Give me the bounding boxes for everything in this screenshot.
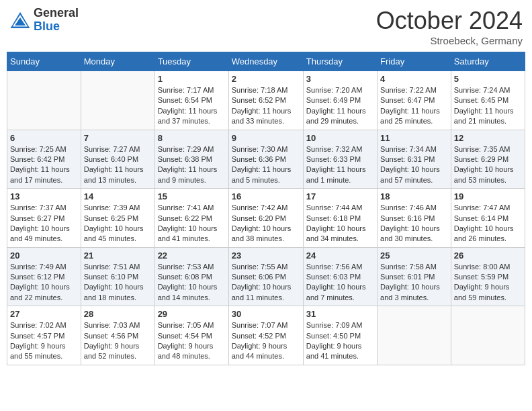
day-info: Sunrise: 8:00 AM Sunset: 5:59 PM Dayligh… [454,262,522,304]
calendar-cell: 13Sunrise: 7:37 AM Sunset: 6:27 PM Dayli… [7,189,81,248]
day-number: 22 [158,250,226,261]
day-info: Sunrise: 7:09 AM Sunset: 4:50 PM Dayligh… [306,320,374,362]
calendar-week-row: 1Sunrise: 7:17 AM Sunset: 6:54 PM Daylig… [7,71,525,130]
day-number: 15 [158,191,226,201]
weekday-header-thursday: Thursday [303,52,377,71]
calendar-cell: 2Sunrise: 7:18 AM Sunset: 6:52 PM Daylig… [228,71,303,130]
title-block: October 2024 Stroebeck, Germany [376,7,523,46]
weekday-header-friday: Friday [378,52,451,71]
day-number: 23 [232,250,300,261]
calendar-cell: 11Sunrise: 7:34 AM Sunset: 6:31 PM Dayli… [378,130,451,189]
calendar-cell: 4Sunrise: 7:22 AM Sunset: 6:47 PM Daylig… [378,71,451,130]
month-title: October 2024 [376,7,523,35]
calendar-cell: 25Sunrise: 7:58 AM Sunset: 6:01 PM Dayli… [378,247,451,306]
day-info: Sunrise: 7:22 AM Sunset: 6:47 PM Dayligh… [380,85,448,127]
day-number: 19 [454,191,522,201]
day-number: 24 [306,250,374,261]
day-number: 11 [380,133,448,143]
calendar-cell: 12Sunrise: 7:35 AM Sunset: 6:29 PM Dayli… [451,130,525,189]
calendar-cell: 8Sunrise: 7:29 AM Sunset: 6:38 PM Daylig… [154,130,228,189]
calendar-table: SundayMondayTuesdayWednesdayThursdayFrid… [7,52,525,365]
weekday-header-tuesday: Tuesday [154,52,228,71]
calendar-cell: 20Sunrise: 7:49 AM Sunset: 6:12 PM Dayli… [7,247,81,306]
day-number: 31 [306,309,374,319]
day-info: Sunrise: 7:24 AM Sunset: 6:45 PM Dayligh… [454,85,522,127]
day-info: Sunrise: 7:39 AM Sunset: 6:25 PM Dayligh… [84,203,152,244]
calendar-cell: 27Sunrise: 7:02 AM Sunset: 4:57 PM Dayli… [7,306,81,365]
day-number: 12 [454,133,522,143]
day-info: Sunrise: 7:51 AM Sunset: 6:10 PM Dayligh… [84,262,152,304]
day-info: Sunrise: 7:05 AM Sunset: 4:54 PM Dayligh… [158,320,226,362]
calendar-cell: 24Sunrise: 7:56 AM Sunset: 6:03 PM Dayli… [303,247,377,306]
page-header: General Blue October 2024 Stroebeck, Ger… [7,7,525,46]
calendar-cell: 6Sunrise: 7:25 AM Sunset: 6:42 PM Daylig… [7,130,81,189]
calendar-cell: 3Sunrise: 7:20 AM Sunset: 6:49 PM Daylig… [303,71,377,130]
day-number: 18 [380,191,448,201]
logo: General Blue [9,7,79,34]
day-info: Sunrise: 7:58 AM Sunset: 6:01 PM Dayligh… [380,262,448,304]
day-number: 2 [232,74,300,84]
calendar-cell: 19Sunrise: 7:47 AM Sunset: 6:14 PM Dayli… [451,189,525,248]
weekday-header-wednesday: Wednesday [228,52,303,71]
calendar-cell: 14Sunrise: 7:39 AM Sunset: 6:25 PM Dayli… [81,189,154,248]
calendar-week-row: 27Sunrise: 7:02 AM Sunset: 4:57 PM Dayli… [7,306,525,365]
logo-icon [9,9,31,31]
calendar-week-row: 6Sunrise: 7:25 AM Sunset: 6:42 PM Daylig… [7,130,525,189]
weekday-header-row: SundayMondayTuesdayWednesdayThursdayFrid… [7,52,525,71]
weekday-header-monday: Monday [81,52,154,71]
day-info: Sunrise: 7:32 AM Sunset: 6:33 PM Dayligh… [306,144,374,186]
day-info: Sunrise: 7:25 AM Sunset: 6:42 PM Dayligh… [10,144,78,186]
day-info: Sunrise: 7:41 AM Sunset: 6:22 PM Dayligh… [158,203,226,244]
day-info: Sunrise: 7:49 AM Sunset: 6:12 PM Dayligh… [10,262,78,304]
calendar-cell [378,306,451,365]
day-number: 14 [84,191,152,201]
day-info: Sunrise: 7:27 AM Sunset: 6:40 PM Dayligh… [84,144,152,186]
calendar-cell [81,71,154,130]
day-number: 4 [380,74,448,84]
calendar-cell: 18Sunrise: 7:46 AM Sunset: 6:16 PM Dayli… [378,189,451,248]
calendar-cell [451,306,525,365]
day-info: Sunrise: 7:37 AM Sunset: 6:27 PM Dayligh… [10,203,78,244]
day-info: Sunrise: 7:47 AM Sunset: 6:14 PM Dayligh… [454,203,522,244]
day-number: 17 [306,191,374,201]
calendar-week-row: 13Sunrise: 7:37 AM Sunset: 6:27 PM Dayli… [7,189,525,248]
calendar-cell: 23Sunrise: 7:55 AM Sunset: 6:06 PM Dayli… [228,247,303,306]
day-info: Sunrise: 7:30 AM Sunset: 6:36 PM Dayligh… [232,144,300,186]
day-number: 7 [84,133,152,143]
calendar-cell: 31Sunrise: 7:09 AM Sunset: 4:50 PM Dayli… [303,306,377,365]
day-number: 8 [158,133,226,143]
calendar-cell: 7Sunrise: 7:27 AM Sunset: 6:40 PM Daylig… [81,130,154,189]
day-number: 26 [454,250,522,261]
calendar-cell: 9Sunrise: 7:30 AM Sunset: 6:36 PM Daylig… [228,130,303,189]
calendar-cell: 30Sunrise: 7:07 AM Sunset: 4:52 PM Dayli… [228,306,303,365]
logo-blue-text: Blue [34,20,79,34]
location-text: Stroebeck, Germany [376,35,523,46]
day-info: Sunrise: 7:07 AM Sunset: 4:52 PM Dayligh… [232,320,300,362]
calendar-cell: 22Sunrise: 7:53 AM Sunset: 6:08 PM Dayli… [154,247,228,306]
day-number: 28 [84,309,152,319]
day-number: 20 [10,250,78,261]
calendar-cell [7,71,81,130]
calendar-week-row: 20Sunrise: 7:49 AM Sunset: 6:12 PM Dayli… [7,247,525,306]
day-info: Sunrise: 7:20 AM Sunset: 6:49 PM Dayligh… [306,85,374,127]
day-info: Sunrise: 7:56 AM Sunset: 6:03 PM Dayligh… [306,262,374,304]
day-number: 10 [306,133,374,143]
day-number: 6 [10,133,78,143]
day-info: Sunrise: 7:35 AM Sunset: 6:29 PM Dayligh… [454,144,522,186]
day-info: Sunrise: 7:55 AM Sunset: 6:06 PM Dayligh… [232,262,300,304]
weekday-header-saturday: Saturday [451,52,525,71]
calendar-cell: 26Sunrise: 8:00 AM Sunset: 5:59 PM Dayli… [451,247,525,306]
calendar-cell: 21Sunrise: 7:51 AM Sunset: 6:10 PM Dayli… [81,247,154,306]
day-number: 5 [454,74,522,84]
logo-general-text: General [34,7,79,20]
calendar-cell: 16Sunrise: 7:42 AM Sunset: 6:20 PM Dayli… [228,189,303,248]
calendar-cell: 10Sunrise: 7:32 AM Sunset: 6:33 PM Dayli… [303,130,377,189]
calendar-cell: 1Sunrise: 7:17 AM Sunset: 6:54 PM Daylig… [154,71,228,130]
day-info: Sunrise: 7:17 AM Sunset: 6:54 PM Dayligh… [158,85,226,127]
day-info: Sunrise: 7:53 AM Sunset: 6:08 PM Dayligh… [158,262,226,304]
calendar-cell: 5Sunrise: 7:24 AM Sunset: 6:45 PM Daylig… [451,71,525,130]
day-info: Sunrise: 7:02 AM Sunset: 4:57 PM Dayligh… [10,320,78,362]
day-info: Sunrise: 7:34 AM Sunset: 6:31 PM Dayligh… [380,144,448,186]
day-number: 3 [306,74,374,84]
day-info: Sunrise: 7:18 AM Sunset: 6:52 PM Dayligh… [232,85,300,127]
